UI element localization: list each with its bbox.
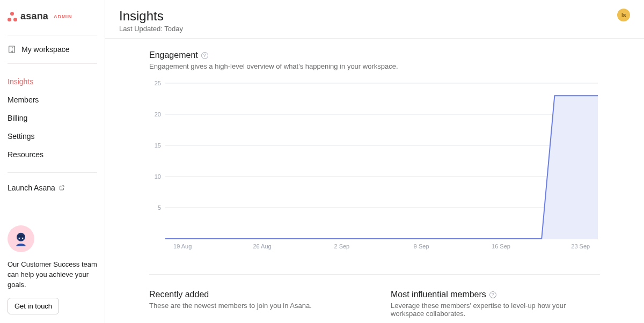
sidebar-footer: Our Customer Success team can help you a…: [0, 225, 105, 314]
nav-label: Members: [8, 96, 39, 104]
support-avatar-icon: [8, 225, 34, 252]
divider: [8, 172, 97, 173]
external-link-icon: [58, 185, 65, 191]
svg-text:23 Sep: 23 Sep: [571, 243, 590, 249]
user-initials: Is: [621, 12, 626, 18]
nav-item-billing[interactable]: Billing: [0, 109, 105, 127]
svg-text:19 Aug: 19 Aug: [173, 243, 192, 249]
page-title: Insights: [119, 9, 183, 24]
recently-added-desc: These are the newest members to join you…: [149, 302, 358, 310]
svg-text:20: 20: [155, 111, 161, 118]
svg-text:10: 10: [155, 173, 161, 180]
divider: [8, 35, 97, 35]
svg-text:16 Sep: 16 Sep: [492, 243, 510, 249]
nav-item-members[interactable]: Members: [0, 91, 105, 109]
nav-item-resources[interactable]: Resources: [0, 145, 105, 164]
nav-item-insights[interactable]: Insights: [0, 72, 105, 91]
info-icon[interactable]: ?: [201, 52, 208, 59]
svg-text:2 Sep: 2 Sep: [334, 243, 349, 249]
svg-point-2: [19, 238, 20, 239]
nav-label: Insights: [8, 77, 33, 86]
launch-asana-link[interactable]: Launch Asana: [0, 178, 105, 197]
sidebar: asana ADMIN My workspace Insights Member…: [0, 0, 105, 323]
page-subtitle: Last Updated: Today: [119, 25, 183, 33]
nav-label: Billing: [8, 114, 27, 122]
asana-logo-icon: [8, 12, 17, 21]
section-title-text: Most influential members: [391, 290, 486, 299]
svg-text:25: 25: [155, 80, 161, 86]
brand-admin-tag: ADMIN: [54, 14, 72, 19]
nav-list: Insights Members Billing Settings Resour…: [0, 69, 105, 167]
svg-text:15: 15: [155, 142, 161, 149]
section-title-text: Engagement: [149, 50, 198, 60]
button-label: Get in touch: [14, 302, 52, 310]
svg-text:9 Sep: 9 Sep: [414, 243, 429, 249]
svg-text:5: 5: [158, 204, 161, 211]
engagement-title: Engagement ?: [149, 50, 600, 60]
divider: [8, 63, 97, 64]
launch-label: Launch Asana: [8, 183, 55, 192]
svg-point-3: [22, 238, 23, 239]
workspace-name: My workspace: [21, 45, 69, 54]
svg-text:26 Aug: 26 Aug: [253, 243, 271, 249]
building-icon: [8, 45, 16, 54]
info-icon[interactable]: ?: [489, 291, 496, 298]
chart-svg: 51015202519 Aug26 Aug2 Sep9 Sep16 Sep23 …: [149, 80, 600, 252]
workspace-selector[interactable]: My workspace: [0, 41, 105, 58]
nav-item-settings[interactable]: Settings: [0, 127, 105, 145]
nav-label: Settings: [8, 132, 35, 141]
influential-desc: Leverage these members' expertise to lev…: [391, 302, 600, 318]
divider: [149, 274, 600, 275]
brand-logo[interactable]: asana ADMIN: [8, 11, 97, 22]
section-title-text: Recently added: [149, 290, 209, 299]
engagement-chart: 51015202519 Aug26 Aug2 Sep9 Sep16 Sep23 …: [149, 80, 600, 252]
main-content: Insights Last Updated: Today Is Engageme…: [105, 0, 644, 323]
user-avatar[interactable]: Is: [617, 9, 630, 21]
brand-name: asana: [20, 11, 48, 22]
get-in-touch-button[interactable]: Get in touch: [8, 298, 59, 314]
influential-title: Most influential members ?: [391, 290, 600, 299]
engagement-desc: Engagement gives a high-level overview o…: [149, 62, 600, 70]
recently-added-title: Recently added: [149, 290, 358, 299]
nav-label: Resources: [8, 150, 43, 159]
page-header: Insights Last Updated: Today Is: [105, 0, 644, 39]
support-text: Our Customer Success team can help you a…: [8, 260, 97, 290]
